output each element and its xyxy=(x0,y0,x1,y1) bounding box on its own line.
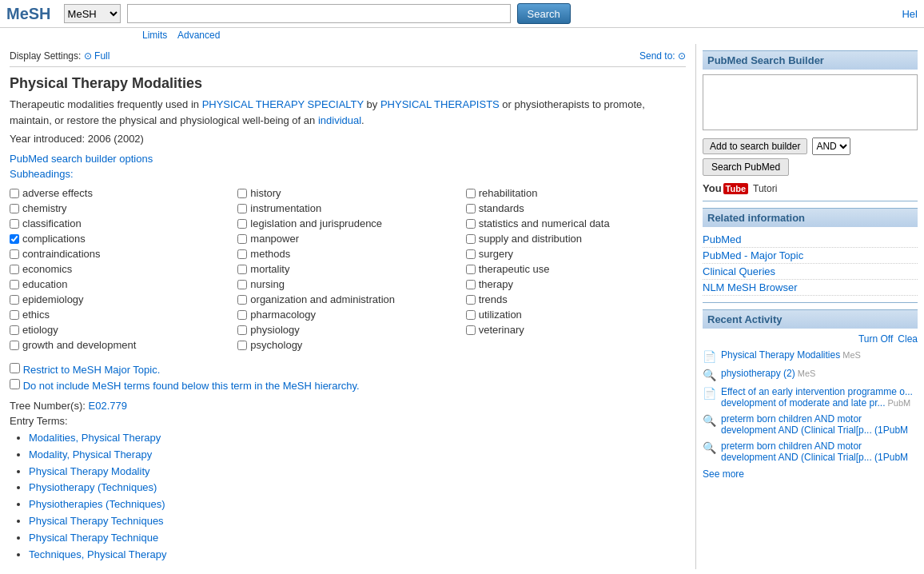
do-not-include-checkbox[interactable] xyxy=(10,379,20,389)
cb-standards-checkbox[interactable] xyxy=(466,204,476,213)
cb-therapeutic-label: therapeutic use xyxy=(479,263,550,275)
restrict-major-link[interactable]: Restrict to MeSH Major Topic. xyxy=(23,364,161,376)
send-to[interactable]: Send to: ⊙ xyxy=(639,50,686,62)
tree-numbers-value[interactable]: E02.779 xyxy=(89,400,127,412)
cb-ethics-checkbox[interactable] xyxy=(10,310,19,320)
subheadings-link[interactable]: Subheadings: xyxy=(10,168,74,180)
cb-physiology-checkbox[interactable] xyxy=(237,325,247,335)
cb-trends-checkbox[interactable] xyxy=(466,295,476,305)
recent-item-link-4[interactable]: preterm born children AND motor developm… xyxy=(721,440,908,463)
display-settings-toggle[interactable]: ⊙ xyxy=(84,50,94,62)
cb-manpower-checkbox[interactable] xyxy=(237,234,247,244)
search-builder-textarea[interactable] xyxy=(703,74,918,130)
physical-therapy-specialty-link[interactable]: PHYSICAL THERAPY SPECIALTY xyxy=(202,98,364,110)
cb-pharmacology-checkbox[interactable] xyxy=(237,310,247,320)
cb-mortality-checkbox[interactable] xyxy=(237,265,247,274)
entry-term-link-6[interactable]: Physical Therapy Technique xyxy=(29,532,158,544)
recent-item-link-1[interactable]: physiotherapy (2) xyxy=(721,368,795,379)
checkbox-item: ethics xyxy=(10,308,229,321)
cb-contraindications-checkbox[interactable] xyxy=(10,249,19,259)
checkbox-item: veterinary xyxy=(466,323,686,337)
cb-education-checkbox[interactable] xyxy=(10,280,19,289)
cb-complications-checkbox[interactable] xyxy=(10,234,19,244)
cb-supply-checkbox[interactable] xyxy=(466,234,476,244)
search-input[interactable] xyxy=(127,4,511,23)
cb-veterinary-checkbox[interactable] xyxy=(466,325,476,335)
recent-item-link-2[interactable]: Effect of an early intervention programm… xyxy=(721,386,913,409)
recent-item-text-3: preterm born children AND motor developm… xyxy=(721,413,918,436)
entry-term-link-7[interactable]: Techniques, Physical Therapy xyxy=(29,548,166,560)
search-button[interactable]: Search xyxy=(517,3,571,24)
entry-term-link-4[interactable]: Physiotherapies (Techniques) xyxy=(29,498,165,510)
checkbox-item: therapeutic use xyxy=(466,262,686,276)
cb-rehabilitation-checkbox[interactable] xyxy=(466,189,476,198)
entry-term-item: Physical Therapy Techniques xyxy=(29,513,686,530)
boolean-select[interactable]: AND OR NOT xyxy=(812,138,850,155)
tutor-link[interactable]: Tutori xyxy=(753,183,777,194)
display-value[interactable]: Full xyxy=(94,50,110,62)
entry-term-link-5[interactable]: Physical Therapy Techniques xyxy=(29,515,164,527)
related-link-1[interactable]: PubMed - Major Topic xyxy=(703,248,918,264)
recent-activity-title: Recent Activity xyxy=(703,309,918,329)
search-pubmed-button[interactable]: Search PubMed xyxy=(703,158,789,176)
document-icon: 📄 xyxy=(703,387,716,400)
cb-legislation-checkbox[interactable] xyxy=(237,219,247,229)
checkbox-item: nursing xyxy=(237,277,457,291)
entry-term-link-0[interactable]: Modalities, Physical Therapy xyxy=(29,432,161,444)
related-link-3[interactable]: NLM MeSH Browser xyxy=(703,280,918,296)
entry-term-link-1[interactable]: Modality, Physical Therapy xyxy=(29,448,152,460)
related-link-2[interactable]: Clinical Queries xyxy=(703,264,918,280)
recent-item-text-0: Physical Therapy Modalities MeS xyxy=(721,349,918,361)
cb-economics-checkbox[interactable] xyxy=(10,265,19,274)
cb-therapeutic-checkbox[interactable] xyxy=(466,265,476,274)
recent-item-link-0[interactable]: Physical Therapy Modalities xyxy=(721,349,840,361)
checkbox-item: statistics and numerical data xyxy=(466,217,686,230)
related-link-0[interactable]: PubMed xyxy=(703,232,918,248)
cb-instrumentation-checkbox[interactable] xyxy=(237,204,247,213)
content-area: Display Settings: ⊙ Full Send to: ⊙ Phys… xyxy=(0,44,695,569)
cb-physiology-label: physiology xyxy=(250,324,299,336)
advanced-link[interactable]: Advanced xyxy=(177,30,220,41)
checkbox-item: complications xyxy=(10,232,229,245)
recent-item-tag-0: MeS xyxy=(840,350,861,360)
cb-epidemiology-checkbox[interactable] xyxy=(10,295,19,305)
recent-item-link-3[interactable]: preterm born children AND motor developm… xyxy=(721,413,908,436)
database-select[interactable]: MeSH PubMed PMC Books xyxy=(64,4,121,23)
cb-nursing-checkbox[interactable] xyxy=(237,280,247,289)
add-to-search-button[interactable]: Add to search builder xyxy=(703,138,807,154)
cb-statistics-checkbox[interactable] xyxy=(466,219,476,229)
limits-link[interactable]: Limits xyxy=(142,30,167,41)
cb-contraindications-label: contraindications xyxy=(22,248,101,260)
cb-psychology-checkbox[interactable] xyxy=(237,341,247,350)
recent-item-text-1: physiotherapy (2) MeS xyxy=(721,368,918,379)
recent-item-0: 📄Physical Therapy Modalities MeS xyxy=(703,349,918,363)
restrict-major-checkbox[interactable] xyxy=(10,363,20,373)
cb-methods-checkbox[interactable] xyxy=(237,249,247,259)
entry-term-item: Physical Therapy Technique xyxy=(29,530,686,547)
turn-off-link[interactable]: Turn Off xyxy=(858,333,893,345)
see-more-link[interactable]: See more xyxy=(703,468,744,480)
clear-link[interactable]: Clea xyxy=(898,333,918,345)
pubmed-options-link[interactable]: PubMed search builder options xyxy=(10,153,153,165)
individual-link[interactable]: individual xyxy=(318,114,361,126)
cb-growth-checkbox[interactable] xyxy=(10,341,19,350)
entry-term-link-2[interactable]: Physical Therapy Modality xyxy=(29,465,150,477)
do-not-include-link[interactable]: Do not include MeSH terms found below th… xyxy=(23,380,360,392)
youtube-logo[interactable]: YouTube xyxy=(703,182,748,194)
cb-chemistry-checkbox[interactable] xyxy=(10,204,19,213)
cb-classification-checkbox[interactable] xyxy=(10,219,19,229)
entry-term-item: Modalities, Physical Therapy xyxy=(29,430,686,447)
checkbox-item: surgery xyxy=(466,247,686,261)
help-link[interactable]: Hel xyxy=(902,8,918,20)
checkbox-item: psychology xyxy=(237,338,457,352)
cb-organization-checkbox[interactable] xyxy=(237,295,247,305)
cb-etiology-checkbox[interactable] xyxy=(10,325,19,335)
physical-therapists-link[interactable]: PHYSICAL THERAPISTS xyxy=(380,98,500,110)
display-bar: Display Settings: ⊙ Full Send to: ⊙ xyxy=(10,50,686,67)
cb-history-checkbox[interactable] xyxy=(237,189,247,198)
cb-surgery-checkbox[interactable] xyxy=(466,249,476,259)
cb-adverse-checkbox[interactable] xyxy=(10,189,19,198)
cb-utilization-checkbox[interactable] xyxy=(466,310,476,320)
cb-therapy-checkbox[interactable] xyxy=(466,280,476,289)
entry-term-link-3[interactable]: Physiotherapy (Techniques) xyxy=(29,481,157,493)
